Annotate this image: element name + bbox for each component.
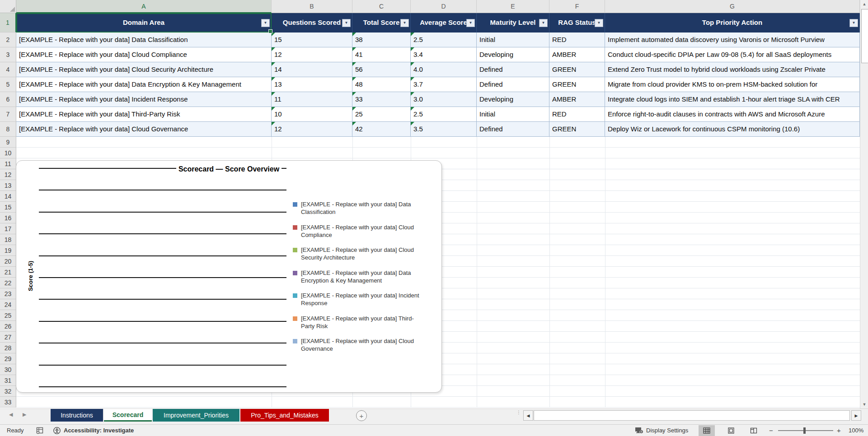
row-header-8[interactable]: 8: [0, 122, 16, 137]
cell-B7[interactable]: 10: [272, 107, 352, 122]
cell-C7[interactable]: 25: [352, 107, 411, 122]
sheet-tab-improvement_priorities[interactable]: Improvement_Priorities: [153, 409, 239, 422]
legend-item[interactable]: [EXAMPLE - Replace with your data] Data …: [293, 269, 434, 284]
column-header-A[interactable]: A: [16, 0, 272, 13]
filter-dropdown-button[interactable]: ▼: [261, 19, 270, 27]
cell-E6[interactable]: Developing: [477, 92, 549, 107]
row-header-11[interactable]: 11: [0, 158, 16, 169]
cell-D2[interactable]: 2.5: [411, 32, 477, 47]
cell-G3[interactable]: Conduct cloud-specific DPIA per Law 09-0…: [605, 47, 860, 62]
vertical-scrollbar[interactable]: ▲ ▼: [860, 0, 868, 408]
display-settings-button[interactable]: Display Settings: [646, 425, 688, 436]
normal-view-button[interactable]: [699, 425, 715, 436]
cell-E3[interactable]: Developing: [477, 47, 549, 62]
cell-B6[interactable]: 11: [272, 92, 352, 107]
cell-E8[interactable]: Defined: [477, 122, 549, 137]
column-header-F[interactable]: F: [549, 0, 605, 13]
column-header-E[interactable]: E: [477, 0, 549, 13]
cell-C2[interactable]: 38: [352, 32, 411, 47]
page-layout-view-button[interactable]: [723, 425, 739, 436]
display-settings-icon[interactable]: [635, 425, 644, 436]
page-break-view-button[interactable]: [746, 425, 762, 436]
cell-D3[interactable]: 3.4: [411, 47, 477, 62]
cell-D6[interactable]: 3.0: [411, 92, 477, 107]
row-header-18[interactable]: 18: [0, 234, 16, 245]
cell-A6[interactable]: [EXAMPLE - Replace with your data] Incid…: [16, 92, 272, 107]
cell-C5[interactable]: 48: [352, 77, 411, 92]
row-header-24[interactable]: 24: [0, 299, 16, 310]
filter-dropdown-button[interactable]: ▼: [595, 19, 603, 27]
tab-nav-left-icon[interactable]: ◀: [9, 412, 13, 417]
row-header-7[interactable]: 7: [0, 107, 16, 122]
row-header-26[interactable]: 26: [0, 321, 16, 332]
new-sheet-button[interactable]: +: [356, 410, 367, 421]
row-header-33[interactable]: 33: [0, 397, 16, 408]
cell-A3[interactable]: [EXAMPLE - Replace with your data] Cloud…: [16, 47, 272, 62]
filter-dropdown-button[interactable]: ▼: [539, 19, 548, 27]
filter-dropdown-button[interactable]: ▼: [400, 19, 409, 27]
cell-G6[interactable]: Integrate cloud logs into SIEM and estab…: [605, 92, 860, 107]
legend-item[interactable]: [EXAMPLE - Replace with your data] Cloud…: [293, 246, 434, 261]
embedded-chart[interactable]: Score (1-5) [EXAMPLE - Replace with your…: [16, 160, 442, 393]
cell-B8[interactable]: 12: [272, 122, 352, 137]
legend-item[interactable]: [EXAMPLE - Replace with your data] Cloud…: [293, 223, 434, 239]
row-header-2[interactable]: 2: [0, 32, 16, 47]
row-header-4[interactable]: 4: [0, 62, 16, 77]
cell-G7[interactable]: Enforce right-to-audit clauses in contra…: [605, 107, 860, 122]
table-header-cell-A1[interactable]: Domain Area▼: [16, 13, 272, 32]
row-header-17[interactable]: 17: [0, 223, 16, 234]
hscroll-right-icon[interactable]: ▶: [851, 410, 861, 421]
macro-record-icon[interactable]: [36, 425, 44, 436]
table-header-cell-B1[interactable]: Questions Scored▼: [272, 13, 352, 32]
table-header-cell-C1[interactable]: Total Score▼: [352, 13, 411, 32]
row-header-6[interactable]: 6: [0, 92, 16, 107]
row-header-5[interactable]: 5: [0, 77, 16, 92]
column-header-B[interactable]: B: [272, 0, 352, 13]
cell-A4[interactable]: [EXAMPLE - Replace with your data] Cloud…: [16, 62, 272, 77]
scroll-down-icon[interactable]: ▼: [860, 400, 868, 408]
cell-G4[interactable]: Extend Zero Trust model to hybrid cloud …: [605, 62, 860, 77]
status-accessibility-text[interactable]: Accessibility: Investigate: [64, 425, 134, 436]
vertical-scrollbar-thumb[interactable]: [861, 9, 868, 63]
row-header-30[interactable]: 30: [0, 364, 16, 375]
cell-B5[interactable]: 13: [272, 77, 352, 92]
cell-E7[interactable]: Initial: [477, 107, 549, 122]
status-mode[interactable]: Ready: [7, 425, 24, 436]
legend-item[interactable]: [EXAMPLE - Replace with your data] Cloud…: [293, 337, 434, 353]
row-header-22[interactable]: 22: [0, 278, 16, 288]
cell-C6[interactable]: 33: [352, 92, 411, 107]
cell-E2[interactable]: Initial: [477, 32, 549, 47]
row-header-21[interactable]: 21: [0, 267, 16, 278]
zoom-slider-thumb[interactable]: [803, 427, 806, 434]
filter-dropdown-button[interactable]: ▼: [342, 19, 351, 27]
sheet-tab-pro_tips_and_mistakes[interactable]: Pro_Tips_and_Mistakes: [240, 409, 329, 422]
cell-D8[interactable]: 3.5: [411, 122, 477, 137]
cell-F2[interactable]: RED: [549, 32, 605, 47]
table-header-cell-G1[interactable]: Top Priority Action▼: [605, 13, 860, 32]
cell-C4[interactable]: 56: [352, 62, 411, 77]
sheet-tab-instructions[interactable]: Instructions: [51, 409, 103, 422]
cell-F5[interactable]: GREEN: [549, 77, 605, 92]
cell-C8[interactable]: 42: [352, 122, 411, 137]
row-header-20[interactable]: 20: [0, 256, 16, 267]
cell-A7[interactable]: [EXAMPLE - Replace with your data] Third…: [16, 107, 272, 122]
row-header-32[interactable]: 32: [0, 386, 16, 397]
row-header-14[interactable]: 14: [0, 191, 16, 202]
row-header-12[interactable]: 12: [0, 169, 16, 180]
zoom-in-button[interactable]: +: [837, 425, 841, 436]
cell-D5[interactable]: 3.7: [411, 77, 477, 92]
accessibility-icon[interactable]: [53, 425, 61, 436]
cell-E4[interactable]: Defined: [477, 62, 549, 77]
column-header-D[interactable]: D: [411, 0, 477, 13]
zoom-level[interactable]: 100%: [849, 425, 863, 436]
zoom-slider-track[interactable]: [778, 430, 833, 431]
row-header-29[interactable]: 29: [0, 353, 16, 364]
filter-dropdown-button[interactable]: ▼: [466, 19, 475, 27]
table-header-cell-E1[interactable]: Maturity Level▼: [477, 13, 549, 32]
zoom-out-button[interactable]: −: [769, 425, 773, 436]
scrollbar-resize-dots-icon[interactable]: ⋮: [516, 411, 520, 414]
select-all-button[interactable]: [0, 0, 16, 13]
cell-D4[interactable]: 4.0: [411, 62, 477, 77]
scroll-up-icon[interactable]: ▲: [860, 0, 868, 8]
cell-F3[interactable]: AMBER: [549, 47, 605, 62]
